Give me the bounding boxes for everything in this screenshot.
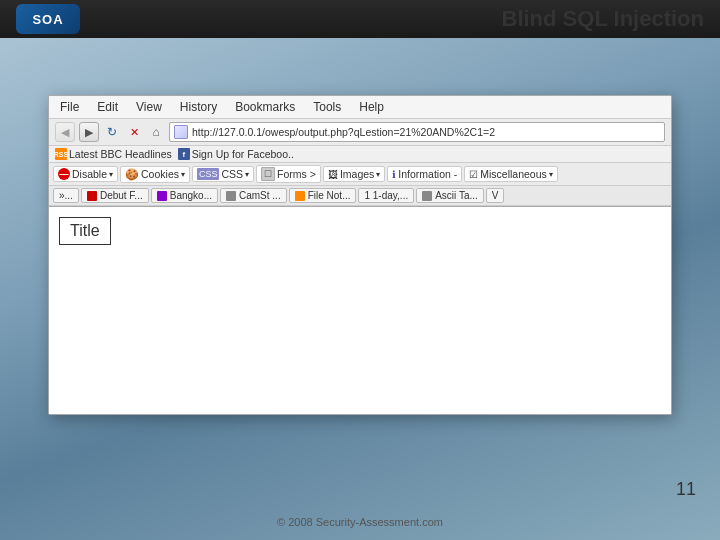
bookmark-facebook-label: Sign Up for Faceboo.. [192, 148, 294, 160]
tool-miscellaneous-label: Miscellaneous [480, 168, 547, 180]
browser-window: File Edit View History Bookmarks Tools H… [48, 95, 672, 415]
tool-forms-label: Forms > [277, 168, 316, 180]
tool-information[interactable]: ℹ Information - [387, 166, 462, 182]
tool-forms[interactable]: ☐ Forms > [256, 165, 321, 183]
tool-css-label: CSS [221, 168, 243, 180]
tab-more-label: »... [59, 190, 73, 201]
menu-history[interactable]: History [177, 99, 220, 115]
tool-cookies[interactable]: 🍪 Cookies ▾ [120, 166, 190, 183]
info-icon: ℹ [392, 169, 396, 180]
bookmark-bbc-label: Latest BBC Headlines [69, 148, 172, 160]
nav-bar: ◀ ▶ ↻ ✕ ⌂ http://127.0.0.1/owesp/output.… [49, 119, 671, 146]
menu-tools[interactable]: Tools [310, 99, 344, 115]
tool-images[interactable]: 🖼 Images ▾ [323, 166, 385, 182]
cookie-icon: 🍪 [125, 168, 139, 181]
menu-file[interactable]: File [57, 99, 82, 115]
tab-debut[interactable]: Debut F... [81, 188, 149, 203]
address-text: http://127.0.0.1/owesp/output.php?qLesti… [192, 126, 495, 138]
top-bar: SOA Blind SQL Injection [0, 0, 720, 38]
tab-bangkok[interactable]: Bangko... [151, 188, 218, 203]
title-box: Title [59, 217, 111, 245]
tab-ascii[interactable]: Ascii Ta... [416, 188, 484, 203]
tool-css[interactable]: CSS CSS ▾ [192, 166, 254, 182]
css-arrow: ▾ [245, 170, 249, 179]
menu-bookmarks[interactable]: Bookmarks [232, 99, 298, 115]
misc-arrow: ▾ [549, 170, 553, 179]
facebook-icon: f [178, 148, 190, 160]
address-bar[interactable]: http://127.0.0.1/owesp/output.php?qLesti… [169, 122, 665, 142]
disable-icon: — [58, 168, 70, 180]
tab-bangkok-favicon [157, 191, 167, 201]
tabs-bar: »... Debut F... Bangko... CamSt ... File… [49, 186, 671, 206]
tab-more[interactable]: »... [53, 188, 79, 203]
menu-edit[interactable]: Edit [94, 99, 121, 115]
browser-chrome: File Edit View History Bookmarks Tools H… [49, 96, 671, 207]
cookies-arrow: ▾ [181, 170, 185, 179]
tab-filenot-favicon [295, 191, 305, 201]
tool-disable-label: Disable [72, 168, 107, 180]
tool-images-label: Images [340, 168, 374, 180]
tool-miscellaneous[interactable]: ☑ Miscellaneous ▾ [464, 166, 558, 182]
copyright: © 2008 Security-Assessment.com [0, 516, 720, 528]
menu-bar: File Edit View History Bookmarks Tools H… [49, 96, 671, 119]
home-button[interactable]: ⌂ [147, 123, 165, 141]
tab-1day[interactable]: 1 1-day,... [358, 188, 414, 203]
back-button[interactable]: ◀ [55, 122, 75, 142]
tab-camst-label: CamSt ... [239, 190, 281, 201]
tab-camst-favicon [226, 191, 236, 201]
page-title: Blind SQL Injection [502, 6, 705, 32]
page-content: Title [49, 207, 671, 414]
address-icon [174, 125, 188, 139]
tab-v[interactable]: V [486, 188, 505, 203]
tab-1day-label: 1 1-day,... [364, 190, 408, 201]
logo: SOA [16, 4, 80, 34]
toolbar-bar: — Disable ▾ 🍪 Cookies ▾ CSS CSS ▾ ☐ Form… [49, 163, 671, 186]
slide-number: 11 [676, 479, 696, 500]
tab-debut-favicon [87, 191, 97, 201]
css-icon: CSS [197, 168, 220, 180]
refresh-button[interactable]: ↻ [103, 123, 121, 141]
stop-button[interactable]: ✕ [125, 123, 143, 141]
forward-button[interactable]: ▶ [79, 122, 99, 142]
misc-icon: ☑ [469, 169, 478, 180]
images-icon: 🖼 [328, 169, 338, 180]
tab-filenot[interactable]: File Not... [289, 188, 357, 203]
tab-camst[interactable]: CamSt ... [220, 188, 287, 203]
bookmark-bbc[interactable]: RSS Latest BBC Headlines [55, 148, 172, 160]
tab-v-label: V [492, 190, 499, 201]
menu-help[interactable]: Help [356, 99, 387, 115]
images-arrow: ▾ [376, 170, 380, 179]
disable-arrow: ▾ [109, 170, 113, 179]
menu-view[interactable]: View [133, 99, 165, 115]
tool-cookies-label: Cookies [141, 168, 179, 180]
tool-information-label: Information - [398, 168, 457, 180]
tab-ascii-label: Ascii Ta... [435, 190, 478, 201]
tab-ascii-favicon [422, 191, 432, 201]
tab-bangkok-label: Bangko... [170, 190, 212, 201]
bookmarks-bar: RSS Latest BBC Headlines f Sign Up for F… [49, 146, 671, 163]
tool-disable[interactable]: — Disable ▾ [53, 166, 118, 182]
tab-debut-label: Debut F... [100, 190, 143, 201]
title-text: Title [70, 222, 100, 239]
rss-icon: RSS [55, 148, 67, 160]
bookmark-facebook[interactable]: f Sign Up for Faceboo.. [178, 148, 294, 160]
forms-icon: ☐ [261, 167, 275, 181]
tab-filenot-label: File Not... [308, 190, 351, 201]
